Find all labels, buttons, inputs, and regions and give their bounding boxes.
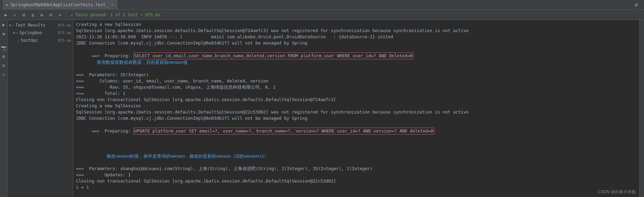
console-line-8: <== Total: 1 — [76, 90, 636, 97]
tab-label: SpringbootMp04DmlApplicationTests.test_ — [11, 2, 108, 7]
console-line-update-sql: ==> Preparing: UPDATE platform_user SET … — [76, 121, 636, 141]
test-status: ✓ Tests passed: 1 of 1 test – 975 ms — [71, 12, 160, 17]
gear-icon[interactable]: ⚙ — [635, 2, 638, 8]
test-panel: ▼ ✓ Test Results 975 ms ▼ ✓ Springboo 97… — [8, 20, 73, 197]
console-line-0: Creating a new SqlSession — [76, 21, 636, 28]
expand-arrow-0: ▼ — [9, 23, 11, 27]
test-node-results[interactable]: ▼ ✓ Test Results 975 ms — [8, 21, 73, 29]
sort-button[interactable]: ≡ — [47, 11, 55, 19]
test-label-1: Springboo — [20, 30, 42, 35]
console-line-16: Closing non transactional SqlSession [or… — [76, 178, 636, 184]
test-label-2: testUpc — [21, 38, 38, 43]
console-line-3: JDBC Connection [com.mysql.cj.jdbc.Conne… — [76, 40, 636, 46]
tab-bar: ▶ SpringbootMp04DmlApplicationTests.test… — [0, 0, 644, 10]
check-icon-2: ✓ — [17, 38, 20, 43]
console-line-1: SqlSession [org.apache.ibatis.session.de… — [76, 28, 636, 34]
console-area[interactable]: Creating a new SqlSession SqlSession [or… — [73, 20, 639, 197]
rerun-failed-button[interactable]: ⇆ — [38, 11, 46, 19]
test-node-testupc[interactable]: ✓ testUpc 975 ms — [8, 37, 73, 44]
test-time-1: 975 ms — [58, 31, 72, 35]
check-button[interactable]: ✓ — [11, 11, 19, 19]
update-prefix: ==> Preparing: — [92, 128, 133, 134]
console-line-17: i = 1 — [76, 184, 636, 190]
tab-close-btn[interactable]: ✕ — [111, 2, 114, 7]
pin-btn[interactable]: ✦ — [0, 71, 7, 78]
active-tab[interactable]: ▶ SpringbootMp04DmlApplicationTests.test… — [3, 0, 117, 10]
scroll-btn[interactable]: ⊞ — [0, 53, 7, 60]
main-area: ▶ ◼ 📷 ⊞ ⊟ ✦ ▼ ✓ Test Results 975 ms ▼ ✓ … — [0, 20, 644, 197]
scrollbar-track[interactable] — [639, 20, 644, 197]
check-icon-1: ✓ — [16, 31, 19, 35]
tab-bar-right: ⚙ — [635, 2, 644, 8]
console-line-14: ==> Parameters: shanghai@dcxuexi.com(Str… — [76, 166, 636, 172]
update-annotation — [92, 147, 161, 152]
watermark: CSDN @向春天奔跑 — [598, 189, 636, 195]
more-button[interactable]: » — [56, 11, 64, 19]
select-annotation: 查询数据库数据表数据，目的是获取version值 — [92, 60, 187, 65]
console-line-10: Creating a new SqlSession — [76, 103, 636, 109]
select-sql-box: SELECT user_id,email,user_name,branch_na… — [133, 52, 414, 59]
check-icon-0: ✓ — [12, 23, 15, 28]
console-line-7: <== Row: 35, shqyxx@foxmail.com, shqyxx,… — [76, 84, 636, 90]
update-annotation-text: 修改version的值，条件是查询的version，修改的是新的version（… — [92, 154, 268, 159]
test-node-springboo[interactable]: ▼ ✓ Springboo 975 ms — [8, 29, 73, 37]
toolbar: ▶ ✓ ⊘ ⇅ ⇆ ≡ » ✓ Tests passed: 1 of 1 tes… — [0, 10, 644, 20]
console-line-5: ==> Parameters: 35(Integer) — [76, 72, 636, 78]
console-line-15: <== Updates: 1 — [76, 172, 636, 178]
toolbar-separator — [66, 12, 66, 18]
terminal-btn[interactable]: ⊟ — [0, 62, 7, 69]
test-tree: ▼ ✓ Test Results 975 ms ▼ ✓ Springboo 97… — [8, 20, 73, 46]
rerun-button[interactable]: ⇅ — [29, 11, 37, 19]
run-button[interactable]: ▶ — [2, 11, 10, 19]
status-check-icon: ✓ — [71, 12, 73, 17]
console-line-2: 2022-11-26 11:05:39.849 INFO 14076 --- [… — [76, 34, 636, 40]
console-line-select-sql: ==> Preparing: SELECT user_id,email,user… — [76, 46, 636, 72]
console-line-update-annotation: 修改version的值，条件是查询的version，修改的是新的version（… — [76, 141, 636, 166]
update-sql-box: UPDATE platform_user SET email=?, user_n… — [133, 128, 434, 135]
tab-run-icon: ▶ — [6, 2, 9, 7]
stop-ctrl-btn[interactable]: ◼ — [0, 30, 7, 37]
play-ctrl-btn[interactable]: ▶ — [0, 21, 7, 28]
console-line-6: <== Columns: user_id, email, user_name, … — [76, 78, 636, 84]
status-text: Tests passed: 1 of 1 test – 975 ms — [75, 12, 160, 17]
test-time-0: 975 ms — [58, 23, 72, 28]
camera-btn[interactable]: 📷 — [0, 44, 7, 51]
stop-button[interactable]: ⊘ — [20, 11, 28, 19]
test-label-0: Test Results — [16, 23, 46, 28]
left-controls: ▶ ◼ 📷 ⊞ ⊟ ✦ — [0, 20, 8, 197]
select-prefix: ==> Preparing: — [92, 53, 133, 58]
console-line-9: Closing non transactional SqlSession [or… — [76, 97, 636, 103]
console-line-12: JDBC Connection [com.mysql.cj.jdbc.Conne… — [76, 115, 636, 121]
console-line-11: SqlSession [org.apache.ibatis.session.de… — [76, 109, 636, 115]
test-time-2: 975 ms — [58, 38, 72, 43]
expand-arrow-1: ▼ — [13, 31, 15, 35]
